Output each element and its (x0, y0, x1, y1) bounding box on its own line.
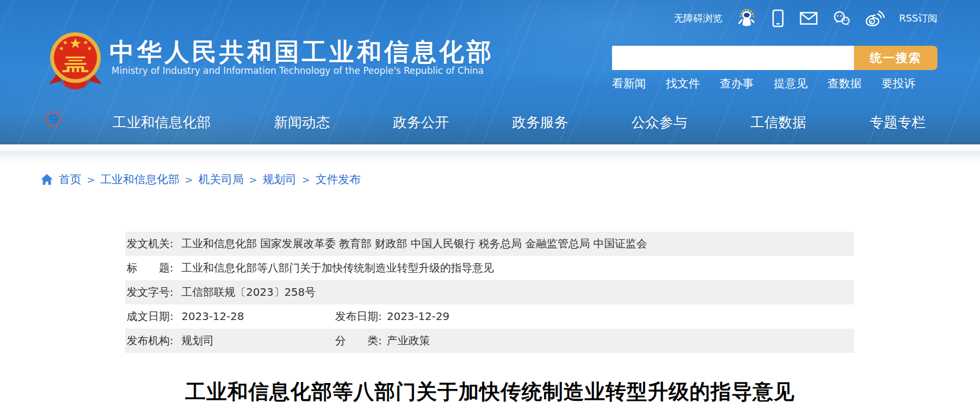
weibo-icon[interactable] (865, 10, 885, 26)
article-title: 工业和信息化部等八部门关于加快传统制造业转型升级的指导意见 (0, 378, 980, 406)
doc-info-table: 发文机关:工业和信息化部 国家发展改革委 教育部 财政部 中国人民银行 税务总局… (125, 232, 854, 353)
quick-links: 看新闻 找文件 查办事 提意见 查数据 要投诉 (612, 76, 915, 91)
utility-bar: 无障碍浏览 (674, 9, 937, 28)
doc-info-value: 2023-12-29 (387, 304, 449, 329)
main-nav: 工业和信息化部 新闻动态 政务公开 政务服务 公众参与 工信数据 专题专栏 (113, 113, 926, 132)
miit-e-logo-icon (44, 109, 62, 131)
nav-item-data[interactable]: 工信数据 (750, 113, 807, 132)
breadcrumb-separator: > (87, 174, 95, 185)
rss-link[interactable]: RSS订阅 (899, 12, 937, 25)
breadcrumb-separator: > (249, 174, 257, 185)
breadcrumb-planning-dept[interactable]: 规划司 (262, 172, 296, 187)
accessibility-link[interactable]: 无障碍浏览 (674, 12, 722, 25)
breadcrumb-departments[interactable]: 机关司局 (198, 172, 244, 187)
doc-info-value: 产业政策 (387, 329, 430, 353)
breadcrumb-home[interactable]: 首页 (59, 172, 81, 187)
mail-icon[interactable] (800, 11, 818, 25)
doc-info-row-title: 标 题:工业和信息化部等八部门关于加快传统制造业转型升级的指导意见 (125, 256, 854, 280)
doc-info-label: 发布机构: (127, 329, 173, 353)
mobile-icon[interactable] (771, 9, 785, 27)
nav-item-gov-service[interactable]: 政务服务 (512, 113, 568, 132)
doc-info-label: 发文机关: (127, 232, 173, 256)
doc-info-value: 工信部联规〔2023〕258号 (182, 286, 316, 298)
site-subtitle: Ministry of Industry and Information Tec… (112, 65, 484, 76)
doc-info-row-dates: 成文日期:2023-12-28 发布日期: 2023-12-29 (125, 304, 854, 329)
site-title: 中华人民共和国工业和信息化部 (109, 36, 494, 69)
header-shadow (0, 144, 980, 163)
nav-item-participation[interactable]: 公众参与 (631, 113, 687, 132)
breadcrumb-doc-release[interactable]: 文件发布 (315, 172, 360, 187)
doc-info-label: 标 题: (127, 256, 173, 280)
doc-info-value: 工业和信息化部等八部门关于加快传统制造业转型升级的指导意见 (182, 261, 494, 274)
nav-item-gov-open[interactable]: 政务公开 (393, 113, 449, 132)
doc-info-label: 成文日期: (127, 304, 173, 329)
quick-link-services[interactable]: 查办事 (720, 76, 754, 91)
search-button[interactable]: 统一搜索 (854, 46, 937, 70)
doc-info-label: 分 类: (335, 329, 382, 353)
doc-info-label: 发布日期: (335, 304, 382, 329)
doc-info-value: 规划司 (182, 334, 214, 347)
breadcrumb-separator: > (185, 174, 193, 185)
breadcrumb-separator: > (302, 174, 310, 185)
doc-info-value: 工业和信息化部 国家发展改革委 教育部 财政部 中国人民银行 税务总局 金融监管… (182, 237, 648, 250)
doc-info-row-publisher-category: 发布机构:规划司 分 类: 产业政策 (125, 329, 854, 353)
quick-link-complaint[interactable]: 要投诉 (881, 76, 915, 91)
page: 无障碍浏览 (0, 0, 980, 417)
search-input[interactable] (612, 46, 854, 70)
nav-item-miit[interactable]: 工业和信息化部 (113, 113, 211, 132)
doc-info-row-issuing-agency: 发文机关:工业和信息化部 国家发展改革委 教育部 财政部 中国人民银行 税务总局… (125, 232, 854, 256)
nav-item-topics[interactable]: 专题专栏 (870, 113, 926, 132)
breadcrumb-miit[interactable]: 工业和信息化部 (100, 172, 179, 187)
quick-link-news[interactable]: 看新闻 (612, 76, 646, 91)
home-icon[interactable] (40, 173, 53, 185)
quick-link-feedback[interactable]: 提意见 (774, 76, 808, 91)
doc-info-row-doc-number: 发文字号:工信部联规〔2023〕258号 (125, 280, 854, 304)
quick-link-files[interactable]: 找文件 (666, 76, 700, 91)
doc-info-value: 2023-12-28 (182, 310, 244, 323)
nav-item-news[interactable]: 新闻动态 (274, 113, 330, 132)
quick-link-data[interactable]: 查数据 (828, 76, 861, 91)
robot-mascot-icon[interactable] (737, 8, 756, 29)
doc-info-label: 发文字号: (127, 280, 173, 304)
breadcrumb: 首页 > 工业和信息化部 > 机关司局 > 规划司 > 文件发布 (40, 172, 360, 187)
national-emblem-logo (46, 30, 105, 91)
wechat-icon[interactable] (832, 10, 851, 26)
